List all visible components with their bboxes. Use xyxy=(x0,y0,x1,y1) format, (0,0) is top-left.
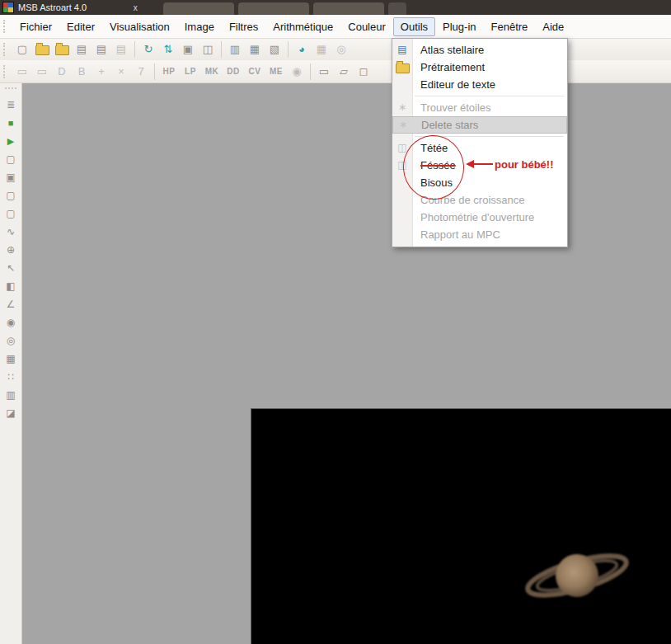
ruler-icon[interactable]: ≣ xyxy=(2,96,19,113)
bias-frame-icon[interactable]: B xyxy=(73,63,91,81)
icon-glyph: ⇅ xyxy=(164,43,173,55)
new-tab-button[interactable] xyxy=(388,2,406,15)
icon-glyph: ▧ xyxy=(270,43,279,55)
separator[interactable] xyxy=(154,63,155,80)
menu-item-photometrie-ouverture[interactable]: Photométrie d'ouverture xyxy=(392,209,567,226)
cursor-tool-icon[interactable]: ↖ xyxy=(2,260,19,276)
menu-item-label: Prétraitement xyxy=(420,61,485,73)
separator[interactable] xyxy=(310,63,311,80)
save-icon[interactable]: ▤ xyxy=(73,40,91,59)
menu-item-courbe-de-croissance[interactable]: Courbe de croissance xyxy=(392,191,567,209)
statistics-icon[interactable]: ▦ xyxy=(246,40,264,59)
frame-tool-1-icon[interactable]: ▢ xyxy=(2,151,19,167)
toolbar-grip[interactable] xyxy=(5,87,16,91)
image-preview-icon[interactable]: ▧ xyxy=(265,40,284,59)
separator[interactable] xyxy=(288,41,289,58)
application-window: MSB Astroart 4.0 x Fichier Editer Visual… xyxy=(0,0,671,644)
menubar-item-fenetre[interactable]: Fenêtre xyxy=(484,17,536,36)
curve-tool-icon[interactable]: ∿ xyxy=(2,223,19,240)
blur-tool-icon[interactable]: ◉ xyxy=(2,314,19,331)
menubar-item-fichier[interactable]: Fichier xyxy=(12,17,59,36)
icon-glyph xyxy=(35,45,49,55)
frame-tool-2-icon[interactable]: ▣ xyxy=(2,169,19,186)
dark-frame-icon[interactable]: D xyxy=(53,63,71,81)
browser-tab[interactable] xyxy=(238,2,309,15)
resample-icon[interactable]: ⇅ xyxy=(159,40,177,59)
browser-tab[interactable] xyxy=(163,2,234,15)
target-icon[interactable]: ◎ xyxy=(332,40,350,59)
menubar-item-outils[interactable]: Outils xyxy=(393,17,435,36)
menu-item-tetee[interactable]: ◫ Tétée xyxy=(392,139,567,157)
histogram-tool-icon[interactable]: ◧ xyxy=(2,278,19,294)
delete-frame-icon[interactable]: × xyxy=(112,63,130,81)
menubar-item-editer[interactable]: Editer xyxy=(59,17,102,36)
profile-tool-icon[interactable]: ∠ xyxy=(2,296,19,313)
menu-item-atlas-stellaire[interactable]: ▤ Atlas stellaire xyxy=(392,41,567,59)
ellipse-select-icon[interactable]: ◻ xyxy=(354,63,373,81)
browser-tab[interactable] xyxy=(313,2,384,15)
hp-filter-button[interactable]: HP xyxy=(159,64,179,79)
window-cascade-icon[interactable]: ▭ xyxy=(33,63,51,81)
cv-filter-button[interactable]: CV xyxy=(245,64,265,79)
dd-filter-button[interactable]: DD xyxy=(223,64,243,79)
toolbar-grip[interactable] xyxy=(3,65,7,78)
grid-tool-icon[interactable]: ▦ xyxy=(312,40,331,59)
separator[interactable] xyxy=(134,41,135,58)
histogram-icon[interactable]: ▥ xyxy=(226,40,244,59)
menu-item-pretraitement[interactable]: Prétraitement xyxy=(392,59,567,76)
polygon-select-icon[interactable]: ▱ xyxy=(335,63,353,81)
window-titlebar[interactable]: MSB Astroart 4.0 x xyxy=(0,0,671,15)
close-icon[interactable]: x xyxy=(129,3,141,12)
delete-stars-icon: ∗ xyxy=(396,116,411,134)
zoom-fit-icon[interactable]: ■ xyxy=(2,115,19,131)
icon-glyph: ▣ xyxy=(183,43,193,55)
menubar-item-couleur[interactable]: Couleur xyxy=(340,17,393,36)
separator[interactable] xyxy=(221,41,222,58)
new-document-icon[interactable]: ▢ xyxy=(13,40,31,59)
me-filter-button[interactable]: ME xyxy=(266,64,286,79)
menubar-item-filtres[interactable]: Filtres xyxy=(222,17,265,36)
outils-dropdown-menu: ▤ Atlas stellaire Prétraitement Editeur … xyxy=(392,38,568,247)
open-folder-icon[interactable] xyxy=(33,40,51,59)
menu-item-rapport-au-mpc[interactable]: Rapport au MPC xyxy=(392,226,567,243)
menu-item-bisous[interactable]: Bisous xyxy=(392,174,567,191)
dots-view-icon[interactable]: ∷ xyxy=(2,369,19,385)
rectangle-select-icon[interactable]: ▭ xyxy=(315,63,333,81)
measure-tool-icon[interactable]: ⊕ xyxy=(2,242,19,258)
menu-item-editeur-de-texte[interactable]: Editeur de texte xyxy=(392,76,567,93)
layers-icon[interactable]: ◪ xyxy=(2,405,19,421)
settings-icon[interactable]: ◉ xyxy=(288,63,306,81)
toolbar-grip[interactable] xyxy=(3,20,7,33)
mk-filter-button[interactable]: MK xyxy=(202,64,222,79)
save-as-icon[interactable]: ▤ xyxy=(92,40,110,59)
window-tile-icon[interactable]: ▭ xyxy=(13,63,31,81)
frame-seven-icon[interactable]: 7 xyxy=(132,63,150,81)
open-recent-folder-icon[interactable] xyxy=(53,40,71,59)
menubar-item-aide[interactable]: Aide xyxy=(535,17,571,36)
icon-glyph: × xyxy=(118,65,124,78)
icon-glyph: ▤ xyxy=(116,43,126,55)
menubar-item-arithmetique[interactable]: Arithmétique xyxy=(265,17,340,36)
menu-item-trouver-etoiles[interactable]: ∗ Trouver étoiles xyxy=(392,99,567,116)
icon-glyph: ▭ xyxy=(37,65,47,78)
menubar-item-image[interactable]: Image xyxy=(177,17,222,36)
copy-icon[interactable]: ▣ xyxy=(179,40,197,59)
lp-filter-button[interactable]: LP xyxy=(181,64,200,79)
save-all-icon[interactable]: ▤ xyxy=(112,40,130,59)
saturn-image-window[interactable] xyxy=(251,408,671,644)
icon-glyph: ▢ xyxy=(17,43,27,55)
menubar-item-plugin[interactable]: Plug-in xyxy=(435,17,483,36)
play-icon[interactable]: ▶ xyxy=(2,133,19,149)
paste-icon[interactable]: ◫ xyxy=(199,40,217,59)
menubar-item-visualisation[interactable]: Visualisation xyxy=(102,17,177,36)
refresh-icon[interactable]: ↻ xyxy=(139,40,157,59)
add-frame-icon[interactable]: + xyxy=(92,63,110,81)
sharpen-tool-icon[interactable]: ◎ xyxy=(2,332,19,349)
bars-view-icon[interactable]: ▥ xyxy=(2,387,19,403)
circle-tool-icon[interactable]: ◕ xyxy=(293,40,311,59)
menu-item-delete-stars[interactable]: ∗ Delete stars xyxy=(392,116,567,134)
frame-tool-4-icon[interactable]: ▢ xyxy=(2,205,19,222)
frame-tool-3-icon[interactable]: ▢ xyxy=(2,187,19,204)
grid-view-icon[interactable]: ▦ xyxy=(2,350,19,367)
toolbar-grip[interactable] xyxy=(3,43,7,56)
